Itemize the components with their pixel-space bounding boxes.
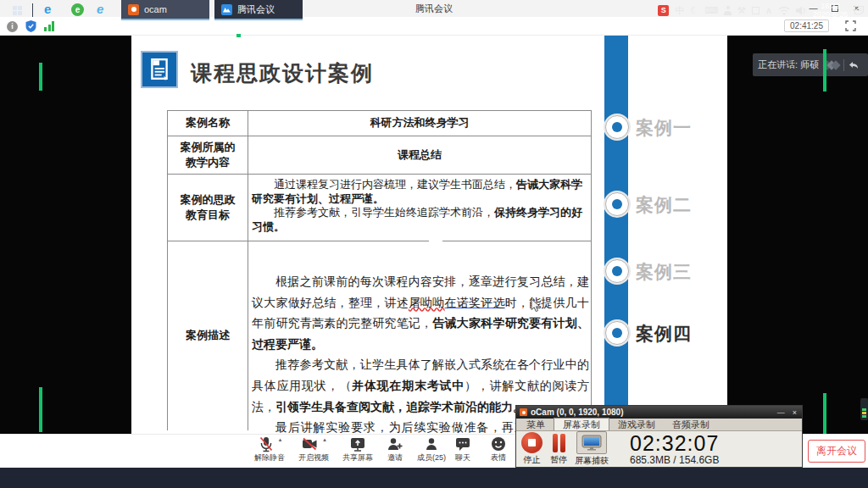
stop-icon [521,432,542,453]
ime-chinese-icon[interactable]: 中 [675,4,684,17]
table-row-label: 案例描述 [168,241,248,430]
ie-browser-icon[interactable]: e [97,2,103,16]
ocam-tab-audio-record[interactable]: 音频录制 [664,419,718,430]
screen: 腾讯会议 — × i 02:41:25 [0,0,868,488]
ocam-capture-button[interactable]: 屏幕捕获 [575,431,609,467]
ocam-body: 停止 暂停 屏幕捕获 [516,431,802,467]
invite-button[interactable]: 邀请 [376,435,414,467]
chat-bubble-icon [454,435,471,452]
edge-browser-icon[interactable]: e [44,2,51,16]
share-border-indicator [39,387,42,432]
share-screen-button[interactable]: 共享屏幕 [337,435,378,467]
start-button[interactable] [5,0,29,20]
network-signal-icon[interactable] [44,21,54,31]
ocam-minimize-icon[interactable]: — [777,408,785,417]
table-cell-education-goals: 通过课程复习进行内容梳理，建议学生书面总结，告诫大家科学研究要有计划、过程严谨。… [252,178,587,234]
ocam-window-title: oCam (0, 0, 1920, 1080) [531,408,774,417]
clock-date: 2020-6-26 [813,10,848,19]
divider [843,59,844,71]
tray-expand-chevron-icon[interactable]: ∧ [765,5,772,16]
volume-icon[interactable] [796,6,807,15]
unmute-button[interactable]: ▴ 解除静音 [249,435,290,467]
timeline-marker [605,192,629,216]
snip-icon[interactable] [752,7,760,14]
camera-off-icon [301,435,319,452]
share-border-indicator [236,34,241,37]
timeline-bar [604,36,628,434]
invite-person-icon [387,435,403,452]
user-tray-icon[interactable] [724,6,732,15]
mini-level-meter [860,398,868,420]
mic-options-caret[interactable]: ▴ [279,436,282,443]
chat-button[interactable]: 聊天 [446,435,480,467]
speaking-label: 正在讲话: 师硕 [758,58,819,71]
document-icon [149,58,170,81]
taskbar-task-ocam[interactable]: ocam [121,0,209,20]
pause-icon [553,432,565,453]
tencent-meeting-task-icon [221,4,232,15]
sogou-input-icon[interactable]: S [658,5,669,16]
microphone-muted-icon [258,435,275,452]
paragraph: 根据之前课前的每次课程内容安排，逐章进行复习总结，建议大家做好总结，整理，讲述屠… [252,272,589,355]
table-border [442,241,592,241]
recording-timer: 02:32:07 [630,433,719,454]
monitor-icon [581,435,602,451]
start-video-button[interactable]: ▴ 开启视频 [293,435,334,467]
taskbar-clock[interactable]: 16:32 2020-6-26 [813,2,848,19]
timeline-marker [605,259,629,283]
ocam-app-icon [520,408,527,416]
ocam-titlebar: oCam (0, 0, 1920, 1080) — × [516,406,802,419]
leave-meeting-button[interactable]: 离开会议 [808,440,865,463]
ocam-stop-button[interactable]: 停止 [521,432,542,466]
slide-title: 课程思政设计案例 [191,59,374,87]
ocam-tab-screen-record[interactable]: 屏幕录制 [554,418,609,430]
windows-logo-icon [13,6,22,15]
table-row-label: 案例名称 [168,110,248,136]
wifi-icon[interactable] [778,6,790,15]
share-border-indicator [39,63,42,91]
emoji-smiley-icon [490,435,507,452]
taskbar [0,468,868,488]
ocam-tabbar: 菜单 屏幕录制 游戏录制 音频录制 [516,419,802,431]
green-browser-icon[interactable]: e [71,3,84,16]
reply-arrow-icon[interactable] [849,61,859,69]
meeting-duration: 02:41:25 [784,19,829,32]
fullscreen-icon[interactable] [845,20,856,31]
video-options-caret[interactable]: ▴ [323,436,326,443]
table-row-label: 案例所属的教学内容 [168,136,248,174]
security-shield-icon[interactable] [25,20,36,32]
slide-logo [141,51,178,88]
divider [32,3,33,17]
tools-icon[interactable]: ⚒ [737,5,746,16]
clock-time: 16:32 [813,2,848,10]
speaking-toast: 正在讲话: 师硕 [753,53,868,76]
table-border [591,110,592,430]
system-tray: S 中 ☾ ⌨ ⚒ ∧ 16:32 2020-6-26 [658,0,865,20]
recording-storage: 685.3MB / 154.6GB [630,454,719,466]
timeline-item-case2: 案例二 [636,193,692,217]
ocam-task-icon [128,4,139,15]
share-screen-icon [349,435,366,452]
moon-icon[interactable]: ☾ [690,5,698,16]
ocam-tab-menu[interactable]: 菜单 [518,419,554,430]
members-icon [423,435,440,452]
emoji-button[interactable]: 表情 [481,435,515,467]
taskbar-task-tencent-meeting[interactable]: 腾讯会议 [214,0,303,20]
ocam-window: oCam (0, 0, 1920, 1080) — × 菜单 屏幕录制 游戏录制… [515,405,803,468]
timeline-marker [605,115,629,139]
ocam-status: 02:32:07 685.3MB / 154.6GB [630,433,719,466]
meeting-info-icon[interactable]: i [7,21,18,32]
table-row-label: 案例的思政教育目标 [168,174,248,241]
paragraph: 推荐参考文献，引导学生始终追踪学术前沿，保持终身学习的好习惯。 [252,206,587,234]
timeline-item-case3: 案例三 [636,260,692,284]
timeline-item-case4: 案例四 [636,322,692,346]
action-center-icon[interactable] [854,5,865,15]
ocam-tab-game-record[interactable]: 游戏录制 [609,419,664,430]
table-cell-case-name: 科研方法和终身学习 [248,110,591,136]
ocam-close-icon[interactable]: × [793,408,797,417]
share-border-indicator [823,49,826,92]
timeline-item-case1: 案例一 [636,116,692,140]
keyboard-icon[interactable]: ⌨ [704,5,718,16]
timeline-marker [605,321,629,345]
ocam-pause-button[interactable]: 暂停 [550,432,567,466]
